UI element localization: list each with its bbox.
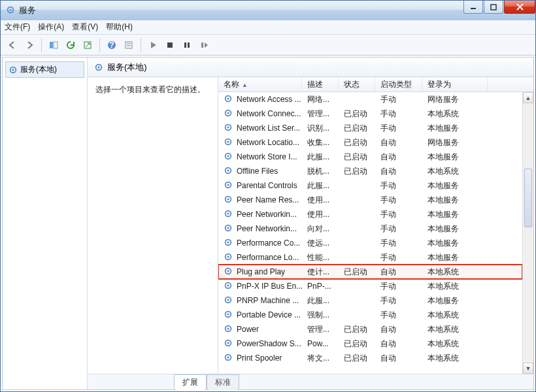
cell-name: Power: [218, 324, 302, 335]
export-list-button[interactable]: [80, 37, 95, 53]
service-row[interactable]: Print Spooler将文...已启动自动本地系统: [218, 351, 522, 365]
svg-text:?: ?: [109, 41, 114, 50]
column-header-desc[interactable]: 描述: [302, 78, 339, 91]
cell-desc: PnP-...: [302, 282, 339, 291]
cell-name: Network List Ser...: [218, 123, 302, 134]
cell-status: 已启动: [339, 267, 375, 278]
svg-point-39: [227, 212, 229, 214]
service-row[interactable]: Network Connec...管理...已启动手动本地系统: [218, 106, 522, 121]
cell-startup: 自动: [375, 166, 422, 177]
restart-service-button[interactable]: [196, 37, 212, 53]
close-button[interactable]: [504, 1, 535, 14]
cell-status: 已启动: [339, 324, 375, 335]
forward-button[interactable]: [22, 37, 37, 53]
service-row[interactable]: Offline Files脱机...已启动自动本地系统: [218, 164, 522, 178]
cell-name: Network Access ...: [218, 94, 302, 105]
scroll-track[interactable]: [523, 103, 533, 363]
service-row[interactable]: Network List Ser...识别...已启动手动本地服务: [218, 121, 522, 135]
menu-action[interactable]: 操作(A): [38, 22, 64, 33]
column-header-name[interactable]: 名称▲: [218, 78, 302, 91]
service-row[interactable]: Portable Device ...强制...手动本地系统: [218, 308, 522, 322]
svg-point-33: [227, 169, 229, 171]
gear-icon: [224, 223, 233, 235]
tab-extended[interactable]: 扩展: [174, 374, 207, 390]
minimize-button[interactable]: [463, 1, 483, 14]
titlebar[interactable]: 服务: [1, 1, 535, 20]
pause-service-button[interactable]: [179, 37, 195, 53]
service-row[interactable]: Peer Networkin...使用...手动本地服务: [218, 207, 522, 221]
tab-standard[interactable]: 标准: [207, 374, 239, 390]
svg-rect-6: [50, 42, 53, 48]
service-row[interactable]: Parental Controls此服...手动本地服务: [218, 178, 522, 193]
maximize-button[interactable]: [484, 1, 503, 14]
cell-logon: 本地服务: [422, 223, 488, 235]
show-hide-tree-button[interactable]: [46, 37, 61, 53]
menu-file[interactable]: 文件(F): [5, 22, 30, 33]
column-header-status[interactable]: 状态: [339, 78, 375, 91]
svg-rect-15: [184, 42, 186, 48]
cell-desc: 性能...: [302, 252, 339, 263]
service-row[interactable]: PNRP Machine ...此服...手动本地服务: [218, 293, 522, 308]
cell-logon: 本地系统: [422, 281, 488, 292]
scroll-thumb[interactable]: [524, 169, 532, 227]
service-row[interactable]: Network Locatio...收集...已启动自动网络服务: [218, 135, 522, 150]
service-row[interactable]: Plug and Play使计...已启动自动本地系统: [218, 265, 522, 279]
cell-desc: 管理...: [302, 324, 339, 335]
cell-logon: 本地服务: [422, 180, 488, 191]
service-row[interactable]: Network Access ...网络...手动网络服务: [218, 92, 522, 106]
column-header-startup[interactable]: 启动类型: [375, 78, 422, 91]
tree-pane[interactable]: 服务(本地): [3, 57, 88, 389]
cell-logon: 本地系统: [422, 166, 488, 177]
svg-rect-14: [167, 42, 173, 48]
svg-point-31: [227, 155, 229, 157]
svg-point-29: [227, 140, 229, 142]
cell-startup: 手动: [375, 281, 422, 292]
description-pane: 选择一个项目来查看它的描述。: [88, 78, 218, 374]
properties-button[interactable]: [121, 37, 137, 53]
svg-point-37: [227, 198, 229, 200]
service-row[interactable]: Power管理...已启动自动本地系统: [218, 322, 522, 336]
gear-icon: [224, 123, 233, 134]
cell-name: PowerShadow S...: [218, 338, 302, 350]
start-service-button[interactable]: [145, 37, 161, 53]
tree-node-services-local[interactable]: 服务(本地): [5, 61, 84, 78]
svg-point-1: [9, 8, 11, 10]
service-row[interactable]: Performance Co...使远...手动本地服务: [218, 236, 522, 250]
service-row[interactable]: Performance Lo...性能...手动本地服务: [218, 250, 522, 265]
cell-desc: 此服...: [302, 180, 339, 191]
cell-startup: 手动: [375, 252, 422, 263]
help-button[interactable]: ?: [104, 37, 120, 53]
cell-name: Plug and Play: [218, 267, 302, 278]
service-list[interactable]: Network Access ...网络...手动网络服务Network Con…: [218, 92, 522, 374]
service-row[interactable]: PnP-X IP Bus En...PnP-...手动本地系统: [218, 279, 522, 293]
cell-status: 已启动: [339, 338, 375, 350]
menu-view[interactable]: 查看(V): [72, 22, 98, 33]
gear-icon: [224, 108, 233, 120]
stop-service-button[interactable]: [162, 37, 178, 53]
cell-logon: 本地服务: [422, 295, 488, 306]
svg-rect-3: [491, 5, 496, 10]
service-row[interactable]: Network Store I...此服...已启动自动本地服务: [218, 150, 522, 164]
gear-icon: [224, 324, 233, 335]
menu-help[interactable]: 帮助(H): [106, 22, 133, 33]
bottom-tabs: 扩展 标准: [88, 374, 533, 389]
scroll-up-button[interactable]: ▲: [523, 92, 533, 103]
vertical-scrollbar[interactable]: ▲ ▼: [522, 92, 533, 374]
service-row[interactable]: PowerShadow S...Pow...已启动自动本地系统: [218, 336, 522, 351]
cell-name: PNRP Machine ...: [218, 295, 302, 306]
cell-startup: 手动: [375, 223, 422, 235]
cell-status: 已启动: [339, 166, 375, 177]
pane-title: 服务(本地): [107, 61, 147, 73]
back-button[interactable]: [5, 37, 20, 53]
svg-rect-11: [126, 42, 132, 48]
cell-name: Parental Controls: [218, 180, 302, 191]
column-header-logon[interactable]: 登录为: [422, 78, 488, 91]
cell-startup: 自动: [375, 137, 422, 148]
gear-icon: [224, 195, 233, 206]
cell-desc: 向对...: [302, 223, 339, 235]
refresh-button[interactable]: [63, 37, 78, 53]
service-row[interactable]: Peer Name Res...使用...手动本地服务: [218, 193, 522, 207]
service-row[interactable]: Peer Networkin...向对...手动本地服务: [218, 221, 522, 236]
scroll-down-button[interactable]: ▼: [523, 363, 533, 374]
cell-desc: 使用...: [302, 209, 339, 220]
